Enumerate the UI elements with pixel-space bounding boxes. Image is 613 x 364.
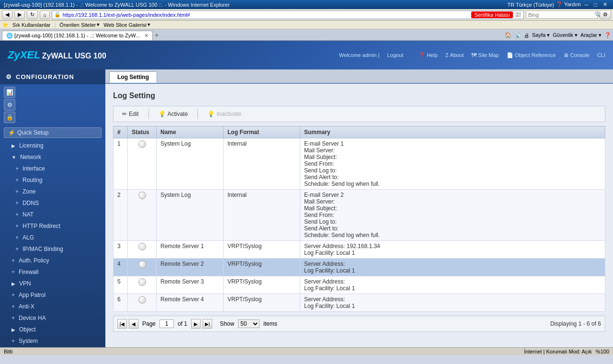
back-btn[interactable]: ◀: [2, 10, 12, 19]
favorites-icon: ⭐: [2, 22, 9, 28]
cli-link[interactable]: CLI: [597, 52, 605, 58]
sidebar-item-zone[interactable]: + Zone: [0, 186, 105, 197]
cell-log-format: Internal: [224, 138, 300, 190]
table-row[interactable]: 1System LogInternalE-mail Server 1 Mail …: [114, 138, 605, 190]
welcome-text: Welcome admin |: [339, 52, 380, 58]
table-row[interactable]: 3Remote Server 1VRPT/SyslogServer Addres…: [114, 241, 605, 259]
activate-icon: 💡: [159, 111, 166, 117]
sidebar-section-header: ⚙ CONFIGURATION: [0, 69, 105, 84]
page-prev-btn[interactable]: ◀: [129, 319, 138, 329]
quick-setup-btn[interactable]: ⚡ Quick Setup: [4, 127, 102, 138]
web-slice-btn[interactable]: Web Slice Galerisi ▾: [103, 22, 150, 28]
cell-status: [128, 294, 157, 312]
security-menu-btn[interactable]: Güvenlik ▾: [553, 32, 578, 38]
page-input[interactable]: [159, 319, 174, 328]
cell-name: System Log: [157, 190, 224, 241]
home-icon[interactable]: 🏠: [505, 32, 511, 38]
minimize-btn[interactable]: ─: [583, 2, 590, 8]
sidebar-item-ddns[interactable]: + DDNS: [0, 197, 105, 209]
internet-status: İnternet | Korumalı Mod: Açık: [524, 349, 592, 354]
table-row[interactable]: 2System LogInternalE-mail Server 2 Mail …: [114, 190, 605, 241]
table-row[interactable]: 6Remote Server 4VRPT/SyslogServer Addres…: [114, 294, 605, 312]
sidebar-item-firewall[interactable]: + Firewall: [0, 266, 105, 278]
site-map-link[interactable]: 🗺 Site Map: [471, 52, 499, 58]
sidebar-icon-1[interactable]: 📊: [4, 87, 15, 98]
tab-close-icon[interactable]: ✕: [144, 33, 148, 38]
config-icon: ⚙: [6, 73, 12, 80]
object-ref-link[interactable]: 📄 Object Reference: [507, 52, 556, 58]
maximize-btn[interactable]: □: [592, 2, 599, 8]
sidebar-icon-3[interactable]: 🔒: [4, 112, 15, 123]
rss-icon2[interactable]: 📡: [514, 32, 521, 38]
print-icon[interactable]: 🖨: [524, 33, 529, 38]
cell-log-format: Internal: [224, 190, 300, 241]
sidebar-item-ip-mac-binding[interactable]: + IP/MAC Binding: [0, 243, 105, 255]
console-link[interactable]: 🖥 Console: [563, 52, 589, 58]
cell-status: [128, 138, 157, 190]
status-icon: [138, 296, 146, 304]
address-input[interactable]: [63, 12, 470, 18]
new-tab-btn[interactable]: +: [155, 31, 159, 39]
brand-name: ZyXEL: [8, 49, 40, 61]
sidebar-item-interface[interactable]: + Interface: [0, 163, 105, 174]
page-title: Log Setting: [113, 91, 605, 100]
page-menu-btn[interactable]: Sayfa ▾: [532, 32, 550, 38]
cert-error-badge[interactable]: Sertifika Hatası: [471, 11, 513, 18]
sidebar-item-system[interactable]: + System: [0, 335, 105, 347]
cell-num: 5: [114, 276, 128, 294]
tools-menu-btn[interactable]: Araçlar ▾: [580, 32, 602, 38]
page-last-btn[interactable]: ▶|: [203, 319, 212, 329]
sidebar-item-anti-x[interactable]: + Anti-X: [0, 301, 105, 312]
sidebar-item-network[interactable]: ▼ Network: [0, 151, 105, 163]
home-btn[interactable]: ⌂: [40, 11, 50, 19]
cell-name: Remote Server 1: [157, 241, 224, 259]
sidebar-item-vpn[interactable]: ▶ VPN: [0, 278, 105, 289]
sidebar-item-log-report[interactable]: ▼ Log & Report: [0, 347, 105, 347]
cell-summary: Server Address: Log Facility: Local 1: [300, 294, 605, 312]
inactivate-btn[interactable]: 💡 Inactivate: [203, 110, 246, 118]
sidebar-icon-2[interactable]: ⚙: [4, 99, 15, 111]
show-label: Show: [220, 320, 234, 327]
table-toolbar: ✏ Edit 💡 Activate 💡 Inactivate: [113, 106, 605, 122]
help-btn[interactable]: ❓ Yardım: [556, 1, 581, 8]
help-link[interactable]: ❓ Help: [419, 52, 438, 58]
tools-btn[interactable]: ⚙: [600, 10, 611, 19]
show-select[interactable]: 50 25 100: [238, 319, 260, 328]
refresh-btn[interactable]: ↻: [27, 10, 38, 19]
activate-btn[interactable]: 💡 Activate: [154, 110, 193, 118]
cell-summary: E-mail Server 2 Mail Server: Mail Subjec…: [300, 190, 605, 241]
sidebar-item-nat[interactable]: + NAT: [0, 209, 105, 220]
page-next-btn[interactable]: ▶: [191, 319, 201, 329]
sidebar: ⚙ CONFIGURATION 📊 ⚙ 🔒 ⚡ Quick Setup ▶ Li…: [0, 69, 105, 347]
forward-btn[interactable]: ▶: [14, 10, 25, 19]
browser-tab[interactable]: 🌐 [zywall-usg-100] (192.168.1.1) - .:: W…: [2, 31, 153, 40]
table-row[interactable]: 4Remote Server 2VRPT/SyslogServer Addres…: [114, 259, 605, 276]
tab-favicon: 🌐: [6, 33, 13, 38]
zoom-level: %100: [596, 349, 609, 354]
close-btn[interactable]: ✕: [601, 1, 609, 8]
model-name: ZyWALL USG 100: [42, 52, 106, 60]
cell-log-format: VRPT/Syslog: [224, 276, 300, 294]
edit-btn[interactable]: ✏ Edit: [117, 110, 144, 118]
tab-log-setting[interactable]: Log Setting: [109, 71, 157, 83]
log-table: # Status Name Log Format Summary 1System…: [113, 126, 605, 312]
sidebar-item-app-patrol[interactable]: + App Patrol: [0, 289, 105, 301]
search-input[interactable]: [528, 12, 594, 18]
sidebar-item-auth-policy[interactable]: + Auth. Policy: [0, 255, 105, 266]
page-first-btn[interactable]: |◀: [117, 319, 127, 329]
sidebar-item-http-redirect[interactable]: + HTTP Redirect: [0, 220, 105, 232]
favorites-btn[interactable]: Sık Kullanılanlar: [12, 22, 51, 28]
logout-link[interactable]: Logout: [387, 52, 403, 58]
lang-label: TR Türkçe (Türkiye): [507, 2, 554, 8]
suggested-sites-btn[interactable]: Önerilen Siteler ▾: [59, 22, 100, 28]
lock-icon: 🔒: [54, 11, 61, 18]
sidebar-item-object[interactable]: ▶ Object: [0, 324, 105, 335]
sidebar-item-device-ha[interactable]: + Device HA: [0, 312, 105, 324]
about-link[interactable]: Ζ About: [445, 52, 464, 58]
cell-summary: Server Address: Log Facility: Local 1: [300, 276, 605, 294]
help-icon[interactable]: ❓: [604, 32, 611, 38]
sidebar-item-alg[interactable]: + ALG: [0, 232, 105, 243]
table-row[interactable]: 5Remote Server 3VRPT/SyslogServer Addres…: [114, 276, 605, 294]
sidebar-item-licensing[interactable]: ▶ Licensing: [0, 140, 105, 151]
sidebar-item-routing[interactable]: + Routing: [0, 174, 105, 186]
